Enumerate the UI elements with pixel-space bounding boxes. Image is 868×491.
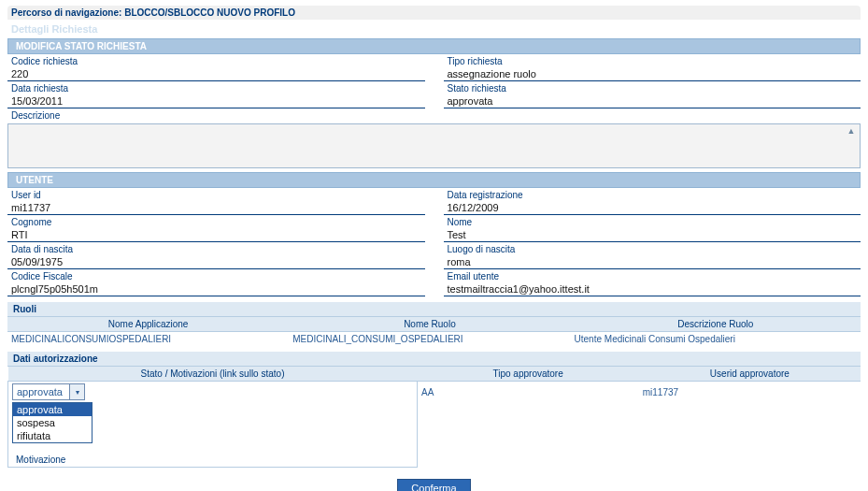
stato-select-value: approvata [13, 386, 69, 397]
ruoli-header: Ruoli [7, 302, 861, 317]
col-ruolo: Nome Ruolo [289, 317, 570, 332]
label-lnascita: Luogo di nascita [444, 244, 861, 255]
label-datareg: Data registrazione [444, 190, 861, 201]
cell-ruolo[interactable]: MEDICINALI_CONSUMI_OSPEDALIERI [289, 332, 570, 347]
label-data-richiesta: Data richiesta [7, 83, 425, 94]
label-motivazione: Motivazione [12, 455, 413, 465]
chevron-down-icon[interactable]: ▾ [69, 384, 84, 399]
descrizione-textarea[interactable]: ▲ [7, 123, 861, 168]
cell-descr[interactable]: Utente Medicinali Consumi Ospedalieri [571, 332, 861, 347]
value-lnascita: roma [444, 255, 861, 269]
value-data-richiesta: 15/03/2011 [7, 94, 425, 108]
option-rifiutata[interactable]: rifiutata [13, 429, 92, 442]
label-nome: Nome [444, 217, 861, 228]
breadcrumb-prefix: Percorso di navigazione: [11, 7, 121, 18]
ruoli-headers: Nome Applicazione Nome Ruolo Descrizione… [7, 317, 861, 332]
auth-table: Stato / Motivazioni (link sullo stato) T… [7, 367, 861, 468]
col-stato: Stato / Motivazioni (link sullo stato) [8, 367, 418, 382]
cell-userid-approv: mi11737 [639, 382, 861, 468]
value-email: testmailtraccia1@yahoo.ittest.it [444, 282, 861, 296]
label-stato-richiesta: Stato richiesta [444, 83, 861, 94]
value-userid: mi11737 [7, 201, 425, 215]
ruoli-table: Nome Applicazione Nome Ruolo Descrizione… [7, 317, 861, 346]
value-codice-richiesta: 220 [7, 67, 425, 81]
label-dnascita: Data di nascita [7, 244, 425, 255]
section-utente: UTENTE [7, 172, 861, 188]
label-email: Email utente [444, 271, 861, 282]
section-modifica: MODIFICA STATO RICHIESTA [7, 38, 861, 54]
col-userid-approv: Userid approvatore [639, 367, 861, 382]
label-cf: Codice Fiscale [7, 271, 425, 282]
scroll-up-icon[interactable]: ▲ [847, 126, 856, 136]
cell-appl[interactable]: MEDICINALICONSUMIOSPEDALIERI [7, 332, 289, 347]
value-tipo-richiesta: assegnazione ruolo [444, 67, 861, 81]
conferma-button[interactable]: Conferma [397, 479, 470, 491]
cell-stato: approvata ▾ approvata sospesa rifiutata … [8, 382, 418, 468]
breadcrumb-path: BLOCCO/SBLOCCO NUOVO PROFILO [124, 7, 295, 18]
table-row: MEDICINALICONSUMIOSPEDALIERI MEDICINALI_… [7, 332, 861, 347]
option-approvata[interactable]: approvata [13, 403, 92, 416]
label-codice-richiesta: Codice richiesta [7, 56, 425, 67]
label-userid: User id [7, 190, 425, 201]
label-tipo-richiesta: Tipo richiesta [444, 56, 861, 67]
value-datareg: 16/12/2009 [444, 201, 861, 215]
col-descr: Descrizione Ruolo [571, 317, 861, 332]
cell-tipo-approv: AA [418, 382, 639, 468]
label-descrizione: Descrizione [7, 110, 861, 122]
value-cf: plcngl75p05h501m [7, 282, 425, 296]
stato-select[interactable]: approvata ▾ [12, 383, 85, 400]
label-cognome: Cognome [7, 217, 425, 228]
stato-dropdown[interactable]: approvata sospesa rifiutata [12, 402, 92, 443]
value-cognome: RTI [7, 228, 425, 242]
page-title: Dettagli Richiesta [7, 22, 861, 36]
value-nome: Test [444, 228, 861, 242]
value-dnascita: 05/09/1975 [7, 255, 425, 269]
auth-header: Dati autorizzazione [7, 352, 861, 367]
col-tipo-approv: Tipo approvatore [418, 367, 639, 382]
value-stato-richiesta: approvata [444, 94, 861, 108]
col-appl: Nome Applicazione [7, 317, 289, 332]
table-row: approvata ▾ approvata sospesa rifiutata … [8, 382, 861, 468]
breadcrumb: Percorso di navigazione: BLOCCO/SBLOCCO … [7, 6, 861, 20]
option-sospesa[interactable]: sospesa [13, 416, 92, 429]
auth-headers: Stato / Motivazioni (link sullo stato) T… [8, 367, 861, 382]
